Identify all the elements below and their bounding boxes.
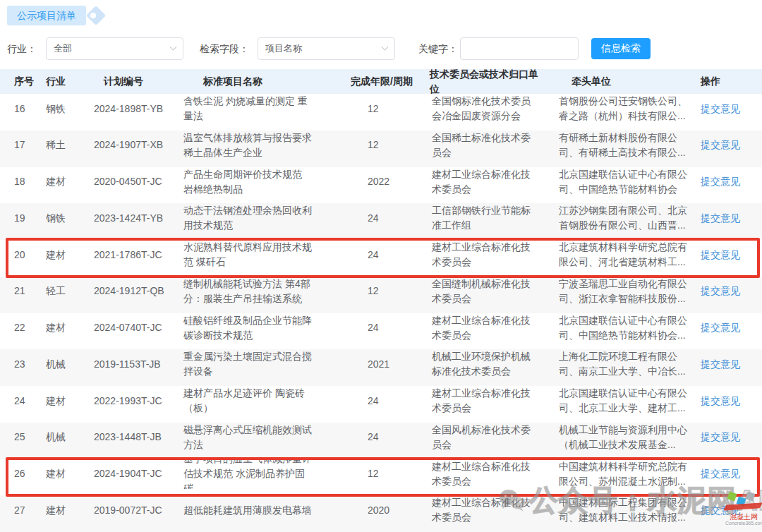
row-lead-unit: 上海化工院环境工程有限公司、南京工业大学、中冶长... [559,349,701,379]
row-lead-unit: 中国建筑材料科学研究总院有限公司、苏州混凝土水泥制... [559,459,701,489]
industry-label: 行业： [7,37,37,60]
row-project-name: 超低能耗建筑用薄膜发电幕墙 [181,495,351,525]
row-industry: 建材 [46,167,94,197]
row-period: 24 [351,203,430,233]
row-committee: 全国缝制机械标准化技术委员会 [430,277,559,306]
row-committee: 全国风机标准化技术委员会 [430,423,559,452]
row-committee: 建材工业综合标准化技术委员会 [430,313,559,343]
header-industry: 行业 [46,74,94,89]
submit-opinion-link[interactable]: 提交意见 [701,102,740,116]
row-committee: 建材工业综合标准化技术委员会 [430,240,559,270]
row-number: 23 [14,349,46,379]
table-row: 26 建材 2024-1904T-JC 基于项目的温室气体减排量评估技术规范 水… [0,459,762,496]
row-project-name: 缝制机械能耗试验方法 第4部分：服装生产吊挂输送系统 [181,277,351,306]
row-period: 24 [351,313,430,343]
submit-opinion-link[interactable]: 提交意见 [701,466,740,481]
keyword-label: 关键字： [418,37,458,60]
search-field-label: 检索字段： [200,37,249,60]
submit-opinion-link[interactable]: 提交意见 [701,503,740,518]
row-committee: 建材工业综合标准化技术委员会 [430,386,559,416]
row-plan-number: 2023-1424T-YB [94,203,181,233]
row-plan-number: 2019-1153T-JB [94,349,181,379]
row-period: 12 [351,131,430,160]
row-plan-number: 2021-1786T-JC [94,240,181,270]
row-plan-number: 2024-1907T-XB [94,131,181,160]
row-number: 25 [14,423,46,452]
row-plan-number: 2020-0450T-JC [94,167,181,197]
row-plan-number: 2024-1904T-JC [94,459,181,489]
header-project-name: 标准项目名称 [181,74,351,89]
row-industry: 建材 [46,459,94,489]
table-row: 18 建材 2020-0450T-JC 产品生命周期评价技术规范 岩棉绝热制品 … [0,167,762,204]
chevron-down-icon [382,43,389,50]
submit-opinion-link[interactable]: 提交意见 [701,284,740,298]
table-row: 17 稀土 2024-1907T-XB 温室气体排放核算与报告要求 稀土晶体生产… [0,131,762,167]
row-number: 17 [14,131,46,160]
table-row: 23 机械 2019-1153T-JB 重金属污染土壤固定式混合搅拌设备 202… [0,349,762,386]
header-committee: 技术委员会或技术归口单位 [430,67,559,97]
row-lead-unit: 江苏沙钢集团有限公司、北京首钢股份有限公司、山西晋... [559,203,701,233]
industry-select[interactable]: 全部 [46,37,183,60]
row-industry: 机械 [46,349,94,379]
header-action: 操作 [701,74,762,89]
page-tag: 公示项目清单 [7,6,86,25]
row-committee: 建材工业综合标准化技术委员会 [430,167,559,197]
row-lead-unit: 北京国建联信认证中心有限公司、中国绝热节能材料协会 [559,167,701,197]
row-project-name: 磁悬浮离心式压缩机能效测试方法 [181,423,351,452]
submit-opinion-link[interactable]: 提交意见 [701,174,740,189]
submit-opinion-link[interactable]: 提交意见 [701,430,740,445]
header-no: 序号 [14,74,46,89]
page: 公示项目清单 行业： 全部 检索字段： 项目名称 关键字： 信息检索 序号 行业… [0,0,762,532]
row-number: 21 [14,277,46,306]
submit-opinion-link[interactable]: 提交意见 [701,211,740,226]
row-project-name: 温室气体排放核算与报告要求 稀土晶体生产企业 [181,131,351,160]
row-committee: 全国稀土标准化技术委员会 [430,131,559,160]
row-committee: 工信部钢铁行业节能标准工作组 [430,203,559,233]
row-lead-unit: 北京国建联信认证中心有限公司、中国绝热节能材料协会... [559,313,701,343]
row-period: 12 [351,94,430,123]
submit-opinion-link[interactable]: 提交意见 [701,248,740,262]
row-committee: 建材工业综合标准化技术委员会 [430,459,559,489]
table-row: 27 建材 2019-0072T-JC 超低能耗建筑用薄膜发电幕墙 2020 建… [0,495,762,532]
row-project-name: 动态干法钢渣处理余热回收利用技术规范 [181,203,351,233]
submit-opinion-link[interactable]: 提交意见 [701,357,740,372]
row-plan-number: 2019-0072T-JC [94,495,181,525]
header-period: 完成年限/周期 [351,74,430,89]
row-industry: 建材 [46,240,94,270]
row-committee: 建材工业综合标准化技术委员会 [430,495,559,525]
table-row: 19 钢铁 2023-1424T-YB 动态干法钢渣处理余热回收利用技术规范 2… [0,203,762,240]
row-period: 24 [351,386,430,416]
table-row: 21 轻工 2024-1912T-QB 缝制机械能耗试验方法 第4部分：服装生产… [0,277,762,313]
row-project-name: 水泥熟料替代原料应用技术规范 煤矸石 [181,240,351,270]
row-industry: 钢铁 [46,203,94,233]
header-plan-number: 计划编号 [94,74,181,89]
row-plan-number: 2023-1448T-JB [94,423,181,452]
row-period: 12 [351,459,430,489]
keyword-input[interactable] [460,37,579,60]
table-row: 24 建材 2022-1993T-JC 建材产品水足迹评价 陶瓷砖（板） 24 … [0,386,762,423]
row-industry: 建材 [46,495,94,525]
chevron-down-icon [170,43,177,50]
table-header: 序号 行业 计划编号 标准项目名称 完成年限/周期 技术委员会或技术归口单位 牵… [0,69,762,94]
row-period: 24 [351,240,430,270]
submit-opinion-link[interactable]: 提交意见 [701,138,740,152]
page-tag-label: 公示项目清单 [7,6,86,25]
projects-table: 序号 行业 计划编号 标准项目名称 完成年限/周期 技术委员会或技术归口单位 牵… [0,69,762,532]
row-lead-unit: 宁波圣瑞思工业自动化有限公司、浙江衣拿智能科技股份... [559,277,701,306]
row-period: 2021 [351,349,430,379]
row-industry: 稀土 [46,131,94,160]
table-row: 25 机械 2023-1448T-JB 磁悬浮离心式压缩机能效测试方法 24 全… [0,423,762,459]
search-field-select-value: 项目名称 [265,42,302,55]
row-committee: 全国钢标准化技术委员会冶金固废资源分会 [430,94,559,123]
submit-opinion-link[interactable]: 提交意见 [701,320,740,335]
tag-dot [90,13,96,18]
row-number: 20 [14,240,46,270]
row-number: 16 [14,94,46,123]
row-lead-unit: 首钢股份公司迁安钢铁公司、睿之路（杭州）科技有限公... [559,94,701,123]
submit-opinion-link[interactable]: 提交意见 [701,394,740,409]
row-lead-unit: 北京国建联信认证中心有限公司、北京工业大学、建材工... [559,386,701,416]
row-project-name: 基于项目的温室气体减排量评估技术规范 水泥制品养护固碳 [181,459,351,489]
search-button[interactable]: 信息检索 [591,38,651,59]
search-field-select[interactable]: 项目名称 [258,37,395,60]
row-project-name: 建材产品水足迹评价 陶瓷砖（板） [181,386,351,416]
